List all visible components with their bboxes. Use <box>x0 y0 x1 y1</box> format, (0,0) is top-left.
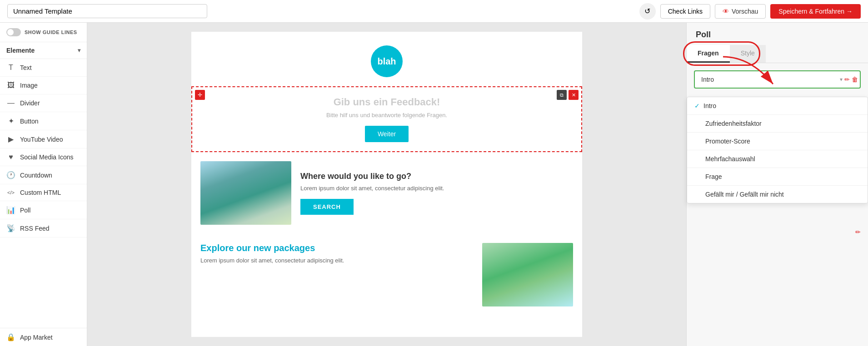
panel-tabs: Fragen Style <box>687 45 868 63</box>
dropdown-option-zufriedenheitsfaktor[interactable]: Zufriedenheitsfaktor <box>687 115 868 133</box>
sidebar-item-youtube[interactable]: ▶ YouTube Video <box>0 130 87 148</box>
check-links-button[interactable]: Check Links <box>660 4 710 19</box>
app-market-icon: 🔒 <box>6 333 15 341</box>
canvas-area: blah ✛ ⧉ ✕ Gib uns ein Feedback! Bitte h… <box>87 23 686 346</box>
panel-title: Poll <box>687 23 868 40</box>
dropdown-wrapper: Intro Zufriedenheitsfaktor Promoter-Scor… <box>694 70 861 89</box>
travel-text: Where would you like to go? Lorem ipsum … <box>300 172 573 215</box>
sidebar-item-label: Text <box>20 64 32 71</box>
option-label: Mehrfachauswahl <box>705 155 755 163</box>
poll-subtitle: Bitte hilf uns und beantworte folgende F… <box>201 112 572 119</box>
guide-lines-label: SHOW GUIDE LINES <box>25 30 77 35</box>
drag-handle[interactable]: ✛ <box>195 90 205 100</box>
travel-block: Where would you like to go? Lorem ipsum … <box>191 152 582 234</box>
main-layout: SHOW GUIDE LINES Elemente ▾ T Text 🖼 Ima… <box>0 23 868 346</box>
sidebar-item-countdown[interactable]: 🕐 Countdown <box>0 166 87 184</box>
sidebar-item-label: RSS Feed <box>20 225 50 232</box>
dropdown-option-intro[interactable]: ✓ Intro <box>687 97 868 115</box>
check-icon: ✓ <box>694 102 700 109</box>
canvas-content: blah ✛ ⧉ ✕ Gib uns ein Feedback! Bitte h… <box>191 32 582 337</box>
template-name-input[interactable] <box>7 4 207 18</box>
sidebar-item-label: Divider <box>20 99 40 107</box>
travel-image <box>200 161 291 225</box>
sidebar-item-divider[interactable]: — Divider <box>0 94 87 112</box>
sidebar-item-label: Image <box>20 82 38 89</box>
sidebar-item-label: Social Media Icons <box>20 153 74 161</box>
top-bar: ↺ Check Links 👁 Vorschau Speichern & For… <box>0 0 868 23</box>
elements-dropdown[interactable]: Elemente ▾ <box>0 42 87 59</box>
vorschau-label: Vorschau <box>732 8 758 15</box>
option-label: Frage <box>705 173 722 180</box>
copy-block-button[interactable]: ⧉ <box>557 90 567 100</box>
dropdown-option-promoter-score[interactable]: Promoter-Score <box>687 133 868 150</box>
undo-button[interactable]: ↺ <box>639 3 656 20</box>
package-image <box>482 243 573 306</box>
sidebar-item-label: Poll <box>20 207 30 214</box>
sidebar-item-custom-html[interactable]: </> Custom HTML <box>0 184 87 201</box>
app-market-label: App Market <box>20 334 53 341</box>
tab-fragen[interactable]: Fragen <box>687 45 730 63</box>
sidebar-item-label: Custom HTML <box>20 189 61 196</box>
poll-title: Gib uns ein Feedback! <box>201 96 572 108</box>
toggle-switch[interactable] <box>6 28 21 36</box>
countdown-icon: 🕐 <box>6 171 15 179</box>
sidebar-item-rss[interactable]: 📡 RSS Feed <box>0 219 87 237</box>
code-icon: </> <box>6 190 15 195</box>
option-label: Promoter-Score <box>705 138 750 145</box>
save-button[interactable]: Speichern & Fortfahren → <box>770 4 861 19</box>
poll-weiter-button[interactable]: Weiter <box>365 126 409 142</box>
option-label: Gefällt mir / Gefällt mir nicht <box>705 191 784 198</box>
sidebar-item-text[interactable]: T Text <box>0 59 87 77</box>
canvas-logo-block: blah <box>191 32 582 86</box>
logo-text: blah <box>377 56 396 67</box>
guide-line-toggle[interactable]: SHOW GUIDE LINES <box>0 23 87 42</box>
sidebar-item-image[interactable]: 🖼 Image <box>0 77 87 94</box>
tab-style[interactable]: Style <box>730 45 766 63</box>
sidebar-item-poll[interactable]: 📊 Poll <box>0 201 87 219</box>
check-links-label: Check Links <box>668 8 703 15</box>
secondary-edit-icon[interactable]: ✏ <box>855 228 861 236</box>
text-icon: T <box>6 64 15 72</box>
youtube-icon: ▶ <box>6 135 15 143</box>
package-text: Explore our new packages Lorem ipsum dol… <box>200 243 473 264</box>
top-bar-left <box>7 4 207 18</box>
tab-fragen-label: Fragen <box>698 49 719 57</box>
dropdown-option-gefaellt-mir[interactable]: Gefällt mir / Gefällt mir nicht <box>687 186 868 203</box>
travel-heading: Where would you like to go? <box>300 172 573 181</box>
question-type-select[interactable]: Intro Zufriedenheitsfaktor Promoter-Scor… <box>694 70 861 89</box>
vorschau-button[interactable]: 👁 Vorschau <box>715 4 766 19</box>
travel-description: Lorem ipsum dolor sit amet, consectetur … <box>300 185 573 192</box>
undo-icon: ↺ <box>644 7 650 15</box>
panel-secondary-row: ✏ <box>687 223 868 241</box>
sidebar-item-label: Countdown <box>20 172 52 179</box>
delete-block-button[interactable]: ✕ <box>569 90 579 100</box>
app-market-item[interactable]: 🔒 App Market <box>0 328 87 346</box>
sidebar-item-label: YouTube Video <box>20 136 63 143</box>
option-label: Intro <box>703 102 716 109</box>
panel-body: Intro Zufriedenheitsfaktor Promoter-Scor… <box>687 63 868 96</box>
poll-icon: 📊 <box>6 206 15 214</box>
delete-icon[interactable]: 🗑 <box>852 76 858 83</box>
tab-style-label: Style <box>741 49 755 57</box>
top-bar-right: ↺ Check Links 👁 Vorschau Speichern & For… <box>639 3 861 20</box>
option-label: Zufriedenheitsfaktor <box>705 120 762 127</box>
dropdown-action-icons: ✏ 🗑 <box>844 76 858 83</box>
left-sidebar: SHOW GUIDE LINES Elemente ▾ T Text 🖼 Ima… <box>0 23 87 346</box>
chevron-down-icon: ▾ <box>78 47 80 54</box>
dropdown-option-mehrfachauswahl[interactable]: Mehrfachauswahl <box>687 150 868 168</box>
dropdown-list: ✓ Intro Zufriedenheitsfaktor Promoter-Sc… <box>687 97 868 203</box>
rss-icon: 📡 <box>6 224 15 232</box>
travel-search-button[interactable]: SEARCH <box>300 199 354 215</box>
edit-icon[interactable]: ✏ <box>844 76 850 83</box>
package-description: Lorem ipsum dolor sit amet, consectetur … <box>200 257 473 264</box>
search-label: SEARCH <box>313 203 341 210</box>
dropdown-option-frage[interactable]: Frage <box>687 168 868 186</box>
package-block: Explore our new packages Lorem ipsum dol… <box>191 234 582 316</box>
social-icon: ♥ <box>6 153 15 161</box>
sidebar-item-label: Button <box>20 118 38 125</box>
poll-block-toolbar: ⧉ ✕ <box>557 90 579 100</box>
logo-circle: blah <box>371 45 403 77</box>
poll-block[interactable]: ✛ ⧉ ✕ Gib uns ein Feedback! Bitte hilf u… <box>191 86 582 152</box>
sidebar-item-social[interactable]: ♥ Social Media Icons <box>0 148 87 166</box>
sidebar-item-button[interactable]: ✦ Button <box>0 112 87 130</box>
